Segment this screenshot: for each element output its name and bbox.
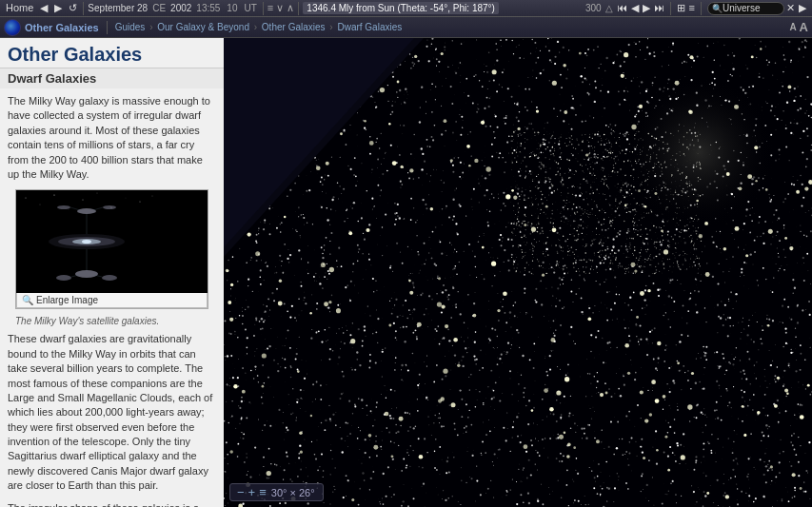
svg-point-2 (40, 205, 41, 205)
play-fwd-button[interactable]: ▶ (641, 3, 652, 13)
home-button[interactable]: Home (4, 3, 35, 13)
svg-point-1 (26, 198, 27, 199)
main-content: Other Galaxies Dwarf Galaxies The Milky … (0, 38, 812, 507)
back-button[interactable]: ◀ (38, 3, 50, 13)
bottom-toolbar: − + ≡ 30° × 26° (229, 483, 324, 501)
search-box[interactable]: 🔍 (707, 2, 784, 15)
panel-subtitle: Dwarf Galaxies (0, 68, 224, 88)
font-small-button[interactable]: A (789, 22, 796, 32)
galaxy-image-container: 🔍 Enlarge Image (15, 189, 208, 309)
breadcrumb: Guides › Our Galaxy & Beyond › Other Gal… (115, 22, 786, 32)
enlarge-label: Enlarge Image (36, 295, 98, 305)
time-label: 13:55 (194, 3, 222, 13)
galaxy-diagram (16, 190, 157, 293)
year-label: 2002 (170, 3, 191, 13)
zoom-in-button[interactable]: + (248, 486, 257, 498)
image-caption: The Milky Way's satellite galaxies. (8, 313, 216, 332)
panel-title: Other Galaxies (0, 38, 224, 68)
svg-point-22 (75, 270, 98, 278)
zoom-label: 300 (584, 3, 604, 13)
top-toolbar: Home ◀ ▶ ↺ September 28 CE 2002 13:55 10… (0, 0, 812, 17)
enlarge-button[interactable]: 🔍 Enlarge Image (16, 293, 208, 308)
svg-point-4 (69, 209, 69, 210)
left-panel: Other Galaxies Dwarf Galaxies The Milky … (0, 38, 224, 507)
refresh-button[interactable]: ↺ (67, 3, 79, 13)
ut-label: UT (242, 3, 258, 13)
body-para-2: These dwarf galaxies are gravitationally… (8, 332, 216, 493)
secondary-toolbar: Other Galaxies Guides › Our Galaxy & Bey… (0, 17, 812, 38)
svg-point-18 (57, 205, 70, 209)
search-input[interactable] (723, 3, 780, 13)
svg-point-14 (82, 240, 91, 244)
body-para-3: The irregular shape of these galaxies is… (8, 501, 216, 507)
sep7 (107, 21, 108, 34)
breadcrumb-dwarf[interactable]: Dwarf Galaxies (337, 22, 402, 32)
sep5 (670, 2, 671, 15)
sep4: △ (604, 3, 615, 13)
search-clear-button[interactable]: ✕ (784, 3, 797, 13)
zoom-out-button[interactable]: − (236, 486, 246, 498)
svg-point-23 (56, 275, 71, 281)
sep2 (263, 2, 264, 15)
app-logo (4, 19, 21, 36)
svg-point-6 (97, 193, 98, 194)
play-button[interactable]: ⏮ (615, 3, 629, 13)
svg-point-8 (126, 198, 127, 199)
star-field-canvas (224, 38, 812, 507)
search-icon: 🔍 (712, 4, 723, 13)
svg-point-24 (102, 275, 117, 281)
sep3 (298, 2, 299, 15)
fov-label: 30° × 26° (269, 487, 317, 498)
svg-point-9 (140, 202, 141, 203)
breadcrumb-other-galaxies[interactable]: Other Galaxies (262, 22, 326, 32)
menu-button[interactable]: ≡ (258, 486, 267, 498)
sky-view[interactable]: − + ≡ 30° × 26° (224, 38, 812, 507)
step-back-button[interactable]: ◀ (629, 3, 641, 13)
svg-point-17 (77, 208, 96, 214)
svg-point-5 (83, 200, 84, 201)
date-label: September 28 (88, 3, 148, 13)
era-label: CE (150, 3, 168, 13)
galaxy-svg (16, 190, 157, 293)
svg-point-3 (53, 195, 54, 196)
svg-point-19 (103, 205, 116, 209)
breadcrumb-galaxy[interactable]: Our Galaxy & Beyond (157, 22, 249, 32)
sep6 (701, 2, 702, 15)
svg-point-10 (152, 196, 153, 197)
grid-button[interactable]: ⊞ (675, 3, 687, 13)
fast-fwd-button[interactable]: ⏭ (652, 3, 666, 13)
timezone-label: 10 (225, 3, 239, 13)
sep1 (83, 2, 84, 15)
list-button[interactable]: ≡ (687, 3, 697, 13)
font-controls: A A (789, 20, 808, 34)
app-title: Other Galaxies (25, 22, 99, 33)
location-info: 1346.4 Mly from Sun (Theta: -54°, Phi: 1… (303, 2, 499, 14)
search-go-button[interactable]: ▶ (797, 3, 808, 13)
forward-button[interactable]: ▶ (52, 3, 64, 13)
magnify-icon: 🔍 (22, 295, 33, 305)
body-para-1: The Milky Way galaxy is massive enough t… (8, 94, 216, 182)
panel-body: The Milky Way galaxy is massive enough t… (0, 88, 224, 507)
breadcrumb-guides[interactable]: Guides (115, 22, 146, 32)
font-large-button[interactable]: A (800, 20, 808, 34)
